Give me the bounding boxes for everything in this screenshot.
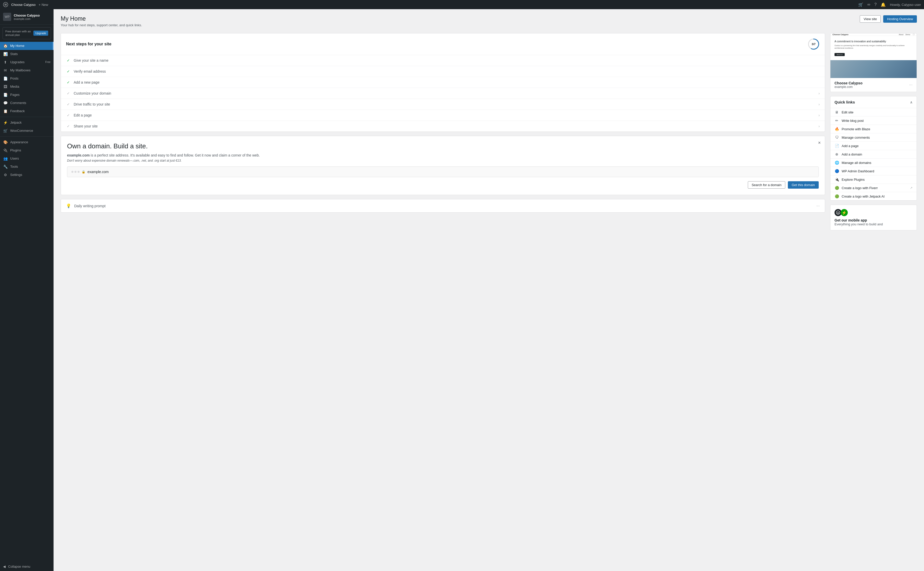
domain-promo-title: Own a domain. Build a site. bbox=[67, 142, 819, 150]
quick-link-promote-blaze[interactable]: 🔥 Promote with Blaze bbox=[830, 125, 916, 133]
quick-link-create-logo-fiverr[interactable]: 🟢 Create a logo with Fiverr ↗ bbox=[830, 184, 916, 192]
media-icon: 🖼 bbox=[3, 85, 8, 89]
posts-icon: 📄 bbox=[3, 76, 8, 80]
view-site-button[interactable]: View site bbox=[860, 15, 881, 23]
site-name-info: Choose Calypso example.com bbox=[835, 81, 862, 89]
quick-link-label: Edit site bbox=[842, 110, 913, 114]
sidebar-upgrade-banner: Free domain with an annual plan Upgrade bbox=[3, 27, 51, 39]
collapse-menu-button[interactable]: ◀ Collapse menu bbox=[0, 562, 54, 571]
domain-promo-note: Don't worry about expensive domain renew… bbox=[67, 159, 819, 162]
left-column: Next steps for your site 3/7 ✓ bbox=[61, 33, 825, 230]
domain-promo-description: example.com is a perfect site address. I… bbox=[67, 153, 819, 157]
feedback-icon: 📋 bbox=[3, 109, 8, 113]
sidebar-item-my-mailboxes[interactable]: ✉ My Mailboxes bbox=[0, 66, 54, 74]
sidebar-item-label: Appearance bbox=[10, 140, 51, 144]
check-icon-done: ✓ bbox=[66, 59, 71, 62]
quick-link-label: Promote with Blaze bbox=[842, 127, 913, 131]
quick-link-edit-site[interactable]: 🖥 Edit site bbox=[830, 108, 916, 116]
plus-circle-icon: ⊕ bbox=[835, 152, 839, 156]
chevron-up-icon[interactable]: ∧ bbox=[910, 100, 913, 104]
quick-link-add-page[interactable]: 📄 Add a page bbox=[830, 142, 916, 150]
sidebar-item-plugins[interactable]: 🔌 Plugins bbox=[0, 146, 54, 154]
quick-link-wp-admin[interactable]: 🔵 WP Admin Dashboard bbox=[830, 167, 916, 175]
step-verify-email[interactable]: ✓ Verify email address bbox=[61, 66, 825, 77]
site-info-row: Choose Calypso example.com ··· bbox=[830, 78, 916, 92]
sidebar-item-users[interactable]: 👥 Users bbox=[0, 154, 54, 163]
quick-link-manage-domains[interactable]: 🌐 Manage all domains bbox=[830, 158, 916, 167]
sidebar-item-label: Media bbox=[10, 85, 51, 88]
sidebar-item-stats[interactable]: 📊 Stats bbox=[0, 50, 54, 58]
quick-link-manage-comments[interactable]: 🗨 Manage comments bbox=[830, 133, 916, 142]
step-drive-traffic[interactable]: ✓ Drive traffic to your site › bbox=[61, 99, 825, 110]
sidebar-divider-2 bbox=[0, 136, 54, 137]
topbar-left: W Choose Calypso + New bbox=[3, 2, 854, 7]
sidebar-item-woocommerce[interactable]: 🛒 WooCommerce bbox=[0, 127, 54, 135]
infinity-icon[interactable]: ∞ bbox=[867, 2, 870, 7]
page-icon: 📄 bbox=[835, 144, 839, 148]
sidebar-site-header[interactable]: WP Choose Calypso example.com bbox=[0, 9, 54, 25]
quick-link-label: Add a domain bbox=[842, 153, 913, 156]
sidebar-item-settings[interactable]: ⚙ Settings bbox=[0, 171, 54, 179]
sidebar-item-label: My Mailboxes bbox=[10, 68, 51, 72]
settings-icon: ⚙ bbox=[3, 173, 8, 177]
sidebar-item-tools[interactable]: 🔧 Tools bbox=[0, 163, 54, 171]
sidebar-item-pages[interactable]: 📑 Pages bbox=[0, 91, 54, 99]
topbar: W Choose Calypso + New 🛒 ∞ ? 🔔 Howdy, Ca… bbox=[0, 0, 924, 9]
step-share-site[interactable]: ✓ Share your site › bbox=[61, 120, 825, 131]
wordpress-logo-icon[interactable]: W bbox=[3, 2, 8, 7]
more-options-icon[interactable]: ··· bbox=[816, 204, 820, 208]
page-title: My Home bbox=[61, 15, 142, 22]
step-label: Customize your domain bbox=[74, 91, 815, 95]
tools-icon: 🔧 bbox=[3, 165, 8, 169]
quick-link-write-blog[interactable]: ✏ Write blog post bbox=[830, 116, 916, 125]
quick-links-header: Quick links ∧ bbox=[830, 96, 916, 108]
sidebar-item-label: My Home bbox=[10, 44, 51, 48]
sidebar-item-feedback[interactable]: 📋 Feedback bbox=[0, 107, 54, 115]
daily-prompt-content[interactable]: 💡 Daily writing prompt ··· bbox=[61, 199, 825, 212]
quick-link-explore-plugins[interactable]: 🔌 Explore Plugins bbox=[830, 175, 916, 184]
monitor-icon: 🖥 bbox=[835, 110, 839, 114]
quick-link-label: Add a page bbox=[842, 144, 913, 148]
site-more-options-icon[interactable]: ··· bbox=[909, 83, 913, 87]
quick-link-label: Create a logo with Jetpack AI bbox=[842, 194, 913, 198]
step-label: Give your site a name bbox=[74, 59, 820, 62]
quick-link-create-logo-jetpack[interactable]: 🟢 Create a logo with Jetpack AI bbox=[830, 192, 916, 201]
step-add-page[interactable]: ✓ Add a new page bbox=[61, 77, 825, 88]
next-steps-header: Next steps for your site 3/7 bbox=[61, 33, 825, 55]
sidebar-item-comments[interactable]: 💬 Comments bbox=[0, 99, 54, 107]
topbar-site-name[interactable]: Choose Calypso bbox=[11, 3, 35, 7]
cart-icon[interactable]: 🛒 bbox=[858, 2, 863, 7]
topbar-new-button[interactable]: + New bbox=[39, 3, 48, 7]
sidebar-item-jetpack[interactable]: ⚡ Jetpack bbox=[0, 119, 54, 127]
step-label: Drive traffic to your site bbox=[74, 102, 815, 106]
mailboxes-icon: ✉ bbox=[3, 68, 8, 73]
sidebar-item-media[interactable]: 🖼 Media bbox=[0, 83, 54, 91]
screenshot-close-icon: ☐ bbox=[913, 33, 915, 35]
step-edit-page[interactable]: ✓ Edit a page › bbox=[61, 110, 825, 120]
site-screenshot: Choose Calypso About Demo ☐ A commitment… bbox=[830, 33, 916, 78]
sidebar-item-upgrades[interactable]: ⬆ Upgrades Free bbox=[0, 58, 54, 66]
bell-icon[interactable]: 🔔 bbox=[881, 2, 886, 7]
upgrade-button[interactable]: Upgrade bbox=[33, 31, 48, 35]
upgrades-icon: ⬆ bbox=[3, 60, 8, 64]
sidebar-item-appearance[interactable]: 🎨 Appearance bbox=[0, 138, 54, 146]
domain-card-close-button[interactable]: × bbox=[818, 140, 821, 145]
quick-link-label: Manage comments bbox=[842, 136, 913, 139]
get-domain-button[interactable]: Get this domain bbox=[788, 181, 819, 189]
chevron-right-icon: › bbox=[818, 91, 820, 95]
topbar-user-label[interactable]: Howdy, Calypso user bbox=[890, 3, 921, 7]
step-give-site-name[interactable]: ✓ Give your site a name bbox=[61, 55, 825, 66]
sidebar-item-my-home[interactable]: 🏠 My Home bbox=[0, 42, 54, 50]
help-icon[interactable]: ? bbox=[874, 2, 876, 7]
sidebar-item-posts[interactable]: 📄 Posts bbox=[0, 74, 54, 83]
quick-link-add-domain[interactable]: ⊕ Add a domain bbox=[830, 150, 916, 158]
stats-icon: 📊 bbox=[3, 52, 8, 56]
step-customize-domain[interactable]: ✓ Customize your domain › bbox=[61, 88, 825, 99]
site-icon: WP bbox=[3, 13, 11, 21]
domain-actions: Search for a domain Get this domain bbox=[67, 181, 819, 189]
hosting-overview-button[interactable]: Hosting Overview bbox=[883, 15, 917, 23]
search-domain-button[interactable]: Search for a domain bbox=[748, 181, 785, 189]
main-grid: Next steps for your site 3/7 ✓ bbox=[61, 33, 917, 230]
external-link-icon: ↗ bbox=[910, 186, 913, 190]
flame-icon: 🔥 bbox=[835, 127, 839, 131]
